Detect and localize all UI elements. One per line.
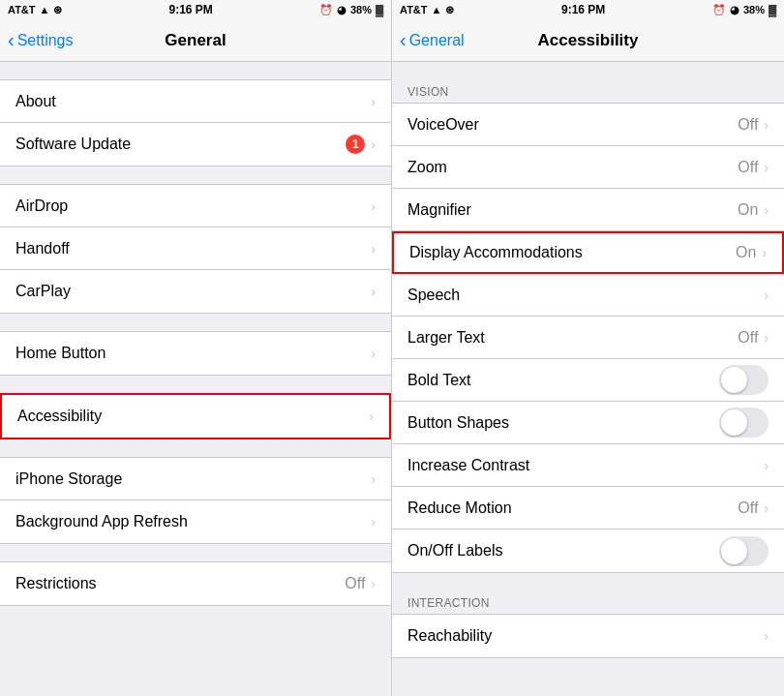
button-shapes-item[interactable]: Button Shapes bbox=[392, 402, 784, 444]
carplay-chevron-icon: › bbox=[371, 284, 376, 299]
reachability-label: Reachability bbox=[407, 627, 764, 645]
handoff-chevron-icon: › bbox=[371, 241, 376, 257]
background-refresh-label: Background App Refresh bbox=[15, 513, 371, 530]
right-nav-bar: ‹ General Accessibility bbox=[392, 19, 784, 62]
onoff-labels-item[interactable]: On/Off Labels bbox=[392, 530, 784, 572]
larger-text-chevron-icon: › bbox=[764, 330, 769, 346]
home-button-item[interactable]: Home Button › bbox=[0, 332, 391, 375]
left-nav-bar: ‹ Settings General bbox=[0, 19, 391, 62]
left-gap-5 bbox=[0, 439, 391, 457]
left-status-right: ⏰ ◕ 38% ▓ bbox=[319, 4, 383, 16]
speech-right: › bbox=[764, 287, 769, 303]
restrictions-label: Restrictions bbox=[15, 575, 345, 592]
voiceover-item[interactable]: VoiceOver Off › bbox=[392, 104, 784, 146]
iphone-storage-chevron-icon: › bbox=[371, 471, 376, 487]
about-label: About bbox=[15, 93, 371, 110]
magnifier-item[interactable]: Magnifier On › bbox=[392, 189, 784, 231]
background-refresh-item[interactable]: Background App Refresh › bbox=[0, 500, 391, 543]
speech-label: Speech bbox=[407, 287, 764, 304]
increase-contrast-chevron-icon: › bbox=[764, 458, 769, 473]
left-nav-title: General bbox=[165, 31, 226, 50]
right-gap-1 bbox=[392, 62, 784, 79]
bold-text-label: Bold Text bbox=[407, 372, 719, 389]
left-wifi-icon: ⊛ bbox=[53, 4, 62, 16]
zoom-item[interactable]: Zoom Off › bbox=[392, 146, 784, 189]
larger-text-item[interactable]: Larger Text Off › bbox=[392, 317, 784, 359]
onoff-labels-right bbox=[719, 536, 769, 566]
handoff-item[interactable]: Handoff › bbox=[0, 227, 391, 270]
background-refresh-right: › bbox=[371, 514, 376, 530]
zoom-chevron-icon: › bbox=[764, 160, 769, 175]
zoom-label: Zoom bbox=[407, 159, 738, 176]
carplay-item[interactable]: CarPlay › bbox=[0, 270, 391, 313]
larger-text-value: Off bbox=[738, 329, 758, 347]
onoff-labels-label: On/Off Labels bbox=[407, 542, 719, 560]
software-update-badge: 1 bbox=[346, 135, 365, 154]
onoff-labels-toggle-thumb bbox=[721, 538, 747, 564]
left-time: 9:16 PM bbox=[168, 3, 212, 16]
increase-contrast-item[interactable]: Increase Contrast › bbox=[392, 444, 784, 487]
about-item[interactable]: About › bbox=[0, 80, 391, 123]
right-interaction-group: Reachability › bbox=[392, 614, 784, 658]
reduce-motion-item[interactable]: Reduce Motion Off › bbox=[392, 487, 784, 530]
zoom-right: Off › bbox=[738, 159, 769, 176]
larger-text-label: Larger Text bbox=[407, 329, 738, 347]
increase-contrast-right: › bbox=[764, 458, 769, 473]
bold-text-toggle[interactable] bbox=[719, 365, 769, 395]
left-group-6: Restrictions Off › bbox=[0, 561, 391, 606]
accessibility-item[interactable]: Accessibility › bbox=[2, 395, 389, 438]
bold-text-item[interactable]: Bold Text bbox=[392, 359, 784, 402]
reachability-item[interactable]: Reachability › bbox=[392, 615, 784, 657]
right-back-label[interactable]: General bbox=[409, 32, 465, 49]
voiceover-value: Off bbox=[738, 116, 758, 134]
handoff-right: › bbox=[371, 241, 376, 257]
right-nav-title: Accessibility bbox=[538, 31, 639, 50]
iphone-storage-label: iPhone Storage bbox=[15, 470, 371, 488]
right-vision-group: VoiceOver Off › Zoom Off › Magnifier On … bbox=[392, 103, 784, 573]
button-shapes-toggle-thumb bbox=[721, 409, 747, 436]
right-list-container: VISION VoiceOver Off › Zoom Off › Magnif… bbox=[392, 62, 784, 696]
left-battery-icon: ▓ bbox=[376, 4, 383, 15]
home-button-label: Home Button bbox=[15, 345, 371, 362]
display-accommodations-label: Display Accommodations bbox=[409, 244, 736, 261]
display-accommodations-item[interactable]: Display Accommodations On › bbox=[392, 231, 784, 274]
right-signal-icon: ▲ bbox=[432, 4, 442, 15]
onoff-labels-toggle[interactable] bbox=[719, 536, 769, 566]
carplay-right: › bbox=[371, 284, 376, 299]
carplay-label: CarPlay bbox=[15, 283, 371, 300]
left-back-button[interactable]: ‹ Settings bbox=[8, 29, 73, 51]
interaction-section-header: INTERACTION bbox=[392, 590, 784, 614]
left-group-5: iPhone Storage › Background App Refresh … bbox=[0, 457, 391, 544]
airdrop-item[interactable]: AirDrop › bbox=[0, 185, 391, 227]
software-update-label: Software Update bbox=[15, 136, 346, 153]
vision-section-header: VISION bbox=[392, 79, 784, 103]
iphone-storage-right: › bbox=[371, 471, 376, 487]
software-update-right: 1 › bbox=[346, 135, 376, 154]
background-refresh-chevron-icon: › bbox=[371, 514, 376, 530]
voiceover-right: Off › bbox=[738, 116, 769, 134]
speech-item[interactable]: Speech › bbox=[392, 274, 784, 317]
left-back-label[interactable]: Settings bbox=[17, 32, 74, 49]
left-group-1: About › Software Update 1 › bbox=[0, 79, 391, 166]
button-shapes-toggle[interactable] bbox=[719, 408, 769, 438]
left-list-container: About › Software Update 1 › AirDrop › bbox=[0, 62, 391, 696]
left-panel: AT&T ▲ ⊛ 9:16 PM ⏰ ◕ 38% ▓ ‹ Settings Ge… bbox=[0, 0, 392, 696]
left-group-4: Accessibility › bbox=[0, 393, 391, 439]
reachability-right: › bbox=[764, 628, 769, 644]
left-gap-3 bbox=[0, 314, 391, 331]
about-chevron-icon: › bbox=[371, 94, 376, 109]
accessibility-chevron-icon: › bbox=[369, 409, 374, 424]
restrictions-item[interactable]: Restrictions Off › bbox=[0, 562, 391, 605]
left-battery-percent: 38% bbox=[350, 4, 372, 15]
home-button-chevron-icon: › bbox=[371, 346, 376, 361]
button-shapes-label: Button Shapes bbox=[407, 414, 719, 432]
display-accommodations-value: On bbox=[736, 244, 756, 261]
airdrop-chevron-icon: › bbox=[371, 198, 376, 214]
iphone-storage-item[interactable]: iPhone Storage › bbox=[0, 458, 391, 500]
magnifier-right: On › bbox=[738, 201, 769, 219]
left-gap-4 bbox=[0, 376, 391, 393]
software-update-item[interactable]: Software Update 1 › bbox=[0, 123, 391, 166]
handoff-label: Handoff bbox=[15, 240, 371, 257]
right-back-button[interactable]: ‹ General bbox=[400, 29, 465, 51]
accessibility-label: Accessibility bbox=[17, 408, 369, 425]
